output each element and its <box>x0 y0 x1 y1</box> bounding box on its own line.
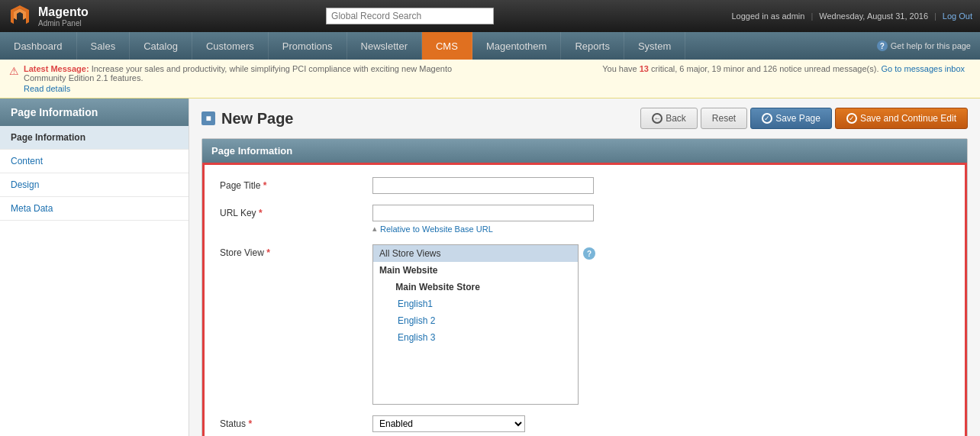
nav-system[interactable]: System <box>624 32 685 60</box>
store-view-option-all[interactable]: All Store Views <box>373 245 578 262</box>
status-required: * <box>248 418 252 429</box>
status-label: Status * <box>220 415 372 429</box>
save-continue-button[interactable]: ✓ Save and Continue Edit <box>835 108 968 129</box>
sidebar-item-meta-data[interactable]: Meta Data <box>0 197 189 221</box>
url-note-link[interactable]: Relative to Website Base URL <box>380 224 493 234</box>
warning-icon: ⚠ <box>9 65 19 77</box>
save-button[interactable]: ✓ Save Page <box>750 108 832 129</box>
minor-count: 19 <box>712 64 721 73</box>
page-title-required: * <box>263 180 267 191</box>
sidebar-item-design[interactable]: Design <box>0 173 189 197</box>
url-key-label: URL Key * <box>220 205 372 218</box>
main-nav: Dashboard Sales Catalog Customers Promot… <box>0 32 980 60</box>
page-information-section: Page Information Page Title * URL Key <box>201 138 968 436</box>
sidebar: Page Information Page Information Conten… <box>0 99 189 436</box>
url-key-row: URL Key * ▴ Relative to Website Base URL <box>220 205 949 234</box>
search-input[interactable] <box>326 8 494 24</box>
header: Magento Admin Panel Logged in as admin |… <box>0 0 980 32</box>
new-page-icon: ■ <box>201 111 215 125</box>
nav-customers[interactable]: Customers <box>192 32 269 60</box>
logo-brand: Magento <box>38 5 89 19</box>
content-area: ■ New Page ← Back Reset ✓ Save Page ✓ Sa… <box>189 99 980 436</box>
nav-newsletter[interactable]: Newsletter <box>347 32 422 60</box>
status-row: Status * Enabled Disabled <box>220 415 949 432</box>
messages-inbox-link[interactable]: Go to messages inbox <box>882 64 965 73</box>
save-continue-icon: ✓ <box>846 113 857 124</box>
page-title-label: Page Title * <box>220 177 372 191</box>
store-view-option-main-website[interactable]: Main Website <box>373 262 578 279</box>
header-search-area <box>89 8 732 24</box>
nav-cms[interactable]: CMS <box>422 32 472 60</box>
page-title-area: ■ New Page <box>201 110 293 128</box>
svg-marker-0 <box>11 5 29 24</box>
sidebar-item-content[interactable]: Content <box>0 150 189 173</box>
nav-dashboard[interactable]: Dashboard <box>0 32 77 60</box>
status-select[interactable]: Enabled Disabled <box>372 415 525 432</box>
section-header: Page Information <box>202 139 967 163</box>
back-button[interactable]: ← Back <box>640 108 698 129</box>
critical-count: 13 <box>640 64 649 73</box>
major-count: 6 <box>679 64 684 73</box>
back-icon: ← <box>652 113 662 124</box>
sidebar-item-page-information[interactable]: Page Information <box>0 126 189 150</box>
page-title-row: Page Title * <box>220 177 949 194</box>
message-label: Latest Message: <box>24 64 89 73</box>
url-key-required: * <box>259 208 263 218</box>
nav-promotions[interactable]: Promotions <box>269 32 347 60</box>
store-view-row: Store View * All Store Views Main Websit… <box>220 244 949 405</box>
page-title-control <box>372 177 949 194</box>
logout-link[interactable]: Log Out <box>943 11 972 21</box>
nav-magentothem[interactable]: Magentothem <box>472 32 562 60</box>
page-title-input[interactable] <box>372 177 594 194</box>
logo-area: Magento Admin Panel <box>8 4 89 28</box>
action-buttons: ← Back Reset ✓ Save Page ✓ Save and Cont… <box>640 108 968 129</box>
store-view-container: All Store Views Main Website Main Websit… <box>372 244 949 405</box>
section-body: Page Title * URL Key * <box>202 163 967 436</box>
reset-button[interactable]: Reset <box>701 108 747 129</box>
magento-logo-icon <box>8 4 32 28</box>
help-area: ? Get help for this page <box>877 32 980 60</box>
logo-subtitle: Admin Panel <box>38 19 89 27</box>
date-text: Wednesday, August 31, 2016 <box>819 11 928 21</box>
nav-sales[interactable]: Sales <box>77 32 131 60</box>
page-header: ■ New Page ← Back Reset ✓ Save Page ✓ Sa… <box>201 108 968 129</box>
logged-in-text: Logged in as admin <box>731 11 804 21</box>
read-more-link[interactable]: Read details <box>24 84 492 93</box>
notice-count: 126 <box>763 64 777 73</box>
store-view-option-main-website-store[interactable]: Main Website Store <box>373 279 578 296</box>
url-arrow-icon: ▴ <box>372 224 377 234</box>
url-key-control: ▴ Relative to Website Base URL <box>372 205 949 234</box>
sidebar-header: Page Information <box>0 99 189 126</box>
logo-text-group: Magento Admin Panel <box>38 5 89 27</box>
help-text: Get help for this page <box>891 41 971 50</box>
store-view-list[interactable]: All Store Views Main Website Main Websit… <box>372 244 579 405</box>
store-view-control: All Store Views Main Website Main Websit… <box>372 244 949 405</box>
store-view-help-icon[interactable]: ? <box>583 247 595 260</box>
message-counts: You have 13 critical, 6 major, 19 minor … <box>497 64 972 73</box>
help-icon: ? <box>877 40 888 51</box>
url-key-input[interactable] <box>372 205 594 221</box>
nav-reports[interactable]: Reports <box>561 32 624 60</box>
header-right-info: Logged in as admin | Wednesday, August 3… <box>731 11 972 21</box>
save-icon: ✓ <box>762 113 772 124</box>
store-view-option-english1[interactable]: English1 <box>373 296 578 312</box>
main-layout: Page Information Page Information Conten… <box>0 99 980 436</box>
store-view-label: Store View * <box>220 244 372 258</box>
message-content: Latest Message: Increase your sales and … <box>24 64 492 93</box>
store-view-option-english3[interactable]: English 3 <box>373 329 578 346</box>
store-view-required: * <box>266 247 270 258</box>
page-title: New Page <box>221 110 293 128</box>
url-note: ▴ Relative to Website Base URL <box>372 224 949 234</box>
status-control: Enabled Disabled <box>372 415 949 432</box>
message-bar: ⚠ Latest Message: Increase your sales an… <box>0 60 980 99</box>
store-view-option-english2[interactable]: English 2 <box>373 312 578 329</box>
nav-catalog[interactable]: Catalog <box>130 32 192 60</box>
